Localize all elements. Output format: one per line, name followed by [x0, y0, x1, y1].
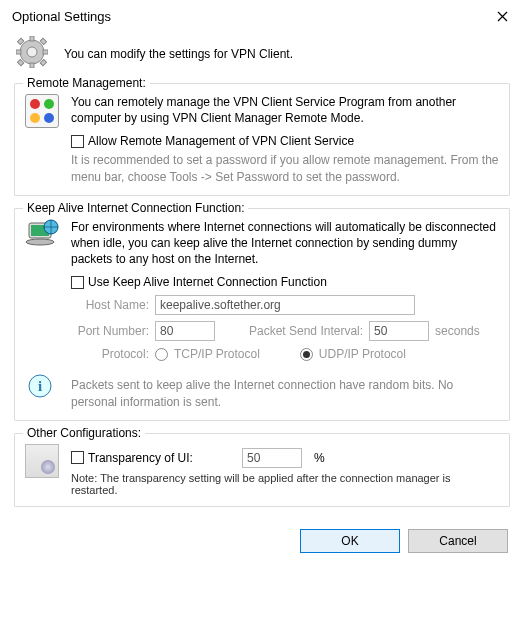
port-input[interactable] — [155, 321, 215, 341]
header-text: You can modify the settings for VPN Clie… — [64, 47, 293, 61]
svg-text:i: i — [38, 378, 42, 394]
other-title: Other Configurations: — [23, 426, 145, 440]
checkbox-icon — [71, 276, 84, 289]
use-keepalive-label: Use Keep Alive Internet Connection Funct… — [88, 275, 327, 289]
remote-desc: You can remotely manage the VPN Client S… — [71, 94, 499, 126]
remote-hint: It is recommended to set a password if y… — [71, 152, 499, 184]
use-keepalive-checkbox[interactable]: Use Keep Alive Internet Connection Funct… — [71, 275, 499, 289]
host-input[interactable] — [155, 295, 415, 315]
ok-button[interactable]: OK — [300, 529, 400, 553]
keep-alive-group: Keep Alive Internet Connection Function:… — [14, 208, 510, 421]
svg-rect-3 — [30, 63, 34, 68]
host-label: Host Name: — [71, 298, 149, 312]
protocol-label: Protocol: — [71, 347, 149, 361]
transparency-unit: % — [314, 451, 325, 465]
svg-rect-2 — [30, 36, 34, 41]
transparency-checkbox[interactable]: Transparency of UI: — [88, 451, 238, 465]
info-icon: i — [25, 373, 55, 403]
keepalive-info: Packets sent to keep alive the Internet … — [71, 377, 499, 409]
remote-management-group: Remote Management: You can remotely mana… — [14, 83, 510, 196]
transparency-note: Note: The transparency setting will be a… — [71, 472, 499, 496]
port-label: Port Number: — [71, 324, 149, 338]
remote-management-icon — [25, 94, 59, 128]
tcp-radio[interactable] — [155, 348, 168, 361]
checkbox-icon — [71, 135, 84, 148]
interval-unit: seconds — [435, 324, 480, 338]
keepalive-desc: For environments where Internet connecti… — [71, 219, 499, 268]
interval-label: Packet Send Interval: — [249, 324, 363, 338]
package-icon — [25, 444, 59, 478]
remote-title: Remote Management: — [23, 76, 150, 90]
checkbox-icon — [71, 451, 84, 464]
udp-radio[interactable] — [300, 348, 313, 361]
cancel-button[interactable]: Cancel — [408, 529, 508, 553]
keepalive-title: Keep Alive Internet Connection Function: — [23, 201, 248, 215]
window-title: Optional Settings — [12, 9, 111, 24]
udp-label: UDP/IP Protocol — [319, 347, 406, 361]
transparency-input[interactable] — [242, 448, 302, 468]
close-icon — [497, 11, 508, 22]
laptop-globe-icon — [25, 219, 59, 249]
close-button[interactable] — [488, 6, 516, 26]
svg-point-1 — [27, 47, 37, 57]
allow-remote-label: Allow Remote Management of VPN Client Se… — [88, 134, 354, 148]
interval-input[interactable] — [369, 321, 429, 341]
allow-remote-checkbox[interactable]: Allow Remote Management of VPN Client Se… — [71, 134, 499, 148]
svg-point-12 — [26, 239, 54, 245]
other-config-group: Other Configurations: Transparency of UI… — [14, 433, 510, 507]
gear-icon — [16, 36, 52, 71]
tcp-label: TCP/IP Protocol — [174, 347, 260, 361]
svg-rect-4 — [16, 50, 21, 54]
svg-rect-5 — [43, 50, 48, 54]
